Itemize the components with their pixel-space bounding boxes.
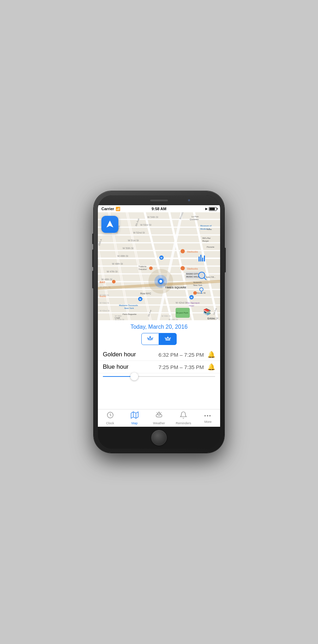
location-icon: ▶ <box>205 207 208 211</box>
golden-hour-bell[interactable]: 🔔 <box>207 351 215 358</box>
time-slider-track[interactable] <box>103 376 215 377</box>
toggle-row <box>98 333 220 345</box>
blue-hour-row: Blue hour 7:25 PM – 7:35 PM 🔔 <box>98 361 220 373</box>
volume-down-button[interactable] <box>92 271 94 288</box>
svg-line-112 <box>152 338 153 338</box>
svg-text:New York: New York <box>193 284 202 286</box>
svg-text:W 48th St: W 48th St <box>112 263 123 265</box>
sunrise-toggle[interactable] <box>141 333 159 345</box>
svg-point-56 <box>149 266 153 270</box>
svg-text:Nintendo: Nintendo <box>193 281 202 283</box>
svg-text:W 43rd St: W 43rd St <box>100 302 109 304</box>
svg-text:New York: New York <box>124 307 134 309</box>
blue-hour-bell[interactable]: 🔔 <box>207 363 215 371</box>
svg-text:W 39th St: W 39th St <box>169 318 178 320</box>
svg-text:W 37th St: W 37th St <box>115 318 124 320</box>
svg-text:W 40th St: W 40th St <box>161 315 171 317</box>
tab-more[interactable]: ••• More <box>196 409 220 427</box>
svg-text:Le Pain: Le Pain <box>192 215 199 218</box>
svg-text:Trecolori: Trecolori <box>139 268 147 270</box>
svg-text:Saks Fift...: Saks Fift... <box>206 276 216 278</box>
svg-text:W 51st St: W 51st St <box>128 239 139 242</box>
golden-hour-label: Golden hour <box>103 351 159 358</box>
info-panel: Today, March 20, 2016 <box>98 320 220 409</box>
svg-text:Nobu: Nobu <box>207 228 212 230</box>
svg-text:Quotidien: Quotidien <box>190 218 199 220</box>
carrier-label: Carrier <box>101 207 114 211</box>
svg-text:The Algonquin: The Algonquin <box>186 302 200 304</box>
battery-fill <box>210 208 215 210</box>
svg-text:M: M <box>160 257 163 259</box>
svg-rect-103 <box>200 255 201 261</box>
wifi-icon: 📶 <box>116 207 120 211</box>
svg-text:bucks: bucks <box>100 295 106 298</box>
svg-text:Burger: Burger <box>202 240 209 242</box>
golden-hour-row: Golden hour 6:32 PM – 7:25 PM 🔔 <box>98 349 220 361</box>
svg-line-126 <box>157 413 157 413</box>
svg-rect-104 <box>202 258 203 261</box>
more-icon: ••• <box>204 413 212 419</box>
svg-line-127 <box>161 413 161 413</box>
navigation-button[interactable] <box>101 216 118 233</box>
reminders-icon <box>179 411 187 421</box>
svg-line-111 <box>147 338 148 338</box>
svg-text:Bill's Bar: Bill's Bar <box>202 237 211 239</box>
svg-text:W 52nd St: W 52nd St <box>133 231 145 234</box>
power-button[interactable] <box>224 248 226 272</box>
tab-map-label: Map <box>131 421 138 425</box>
status-time: 9:58 AM <box>152 207 166 211</box>
sunset-toggle[interactable] <box>159 333 177 345</box>
blue-hour-label: Blue hour <box>103 363 159 370</box>
svg-text:RADIO CITY: RADIO CITY <box>186 273 199 275</box>
svg-rect-105 <box>204 255 205 261</box>
slider-fill <box>103 376 134 377</box>
tab-weather[interactable]: Weather <box>147 409 171 427</box>
svg-text:W 36th: W 36th <box>115 315 122 317</box>
tab-clock[interactable]: Clock <box>98 409 122 427</box>
svg-text:W 53rd St: W 53rd St <box>140 224 151 226</box>
svg-text:GRAN...: GRAN... <box>207 317 217 320</box>
camera <box>188 199 190 201</box>
screen: Carrier 📶 9:58 AM ▶ <box>98 205 220 427</box>
svg-point-47 <box>159 280 162 283</box>
blue-hour-time: 7:25 PM – 7:35 PM <box>159 364 204 370</box>
svg-text:W 42nd St: W 42nd St <box>176 301 187 304</box>
volume-up-button[interactable] <box>92 249 94 267</box>
svg-text:Madame Tussauds: Madame Tussauds <box>119 304 138 306</box>
weather-icon <box>155 411 163 421</box>
tab-reminders[interactable]: Reminders <box>171 409 196 427</box>
tab-more-label: More <box>204 420 212 424</box>
svg-line-117 <box>170 338 171 338</box>
svg-text:Bryant Park: Bryant Park <box>176 312 188 314</box>
speaker <box>150 200 168 201</box>
map-icon <box>131 411 139 421</box>
svg-text:M: M <box>139 298 141 300</box>
home-button[interactable] <box>151 430 167 445</box>
svg-point-54 <box>181 266 185 270</box>
phone-inner: Carrier 📶 9:58 AM ▶ <box>98 195 220 449</box>
svg-text:W 50th St: W 50th St <box>123 247 134 249</box>
svg-text:TIMES SQUARE: TIMES SQUARE <box>165 286 187 289</box>
map-area[interactable]: W 54th St W 53rd St W 52nd St W 51st St … <box>98 212 220 320</box>
svg-text:W 46th St: W 46th St <box>101 278 112 281</box>
slider-thumb[interactable] <box>130 373 138 380</box>
time-slider-row <box>98 373 220 378</box>
tab-clock-label: Clock <box>106 421 114 425</box>
tab-map[interactable]: Map <box>122 409 147 427</box>
battery-indicator <box>209 207 217 211</box>
svg-text:Starbucks: Starbucks <box>187 251 198 253</box>
svg-text:Starbucks: Starbucks <box>187 268 198 270</box>
tab-weather-label: Weather <box>153 421 165 425</box>
svg-text:W 49th St: W 49th St <box>117 255 128 257</box>
mute-button[interactable] <box>92 234 94 244</box>
svg-text:Hotel: Hotel <box>189 305 194 307</box>
svg-line-116 <box>165 338 166 338</box>
svg-text:Trattoria: Trattoria <box>139 265 147 268</box>
svg-text:W 54th St: W 54th St <box>147 216 158 218</box>
svg-text:MUSIC HALL: MUSIC HALL <box>186 276 199 278</box>
tab-bar: Clock Map <box>98 409 220 427</box>
phone-top-bar <box>98 195 220 205</box>
phone-bottom <box>98 427 220 449</box>
svg-text:Museum of: Museum of <box>200 225 212 227</box>
status-right: ▶ <box>205 207 217 211</box>
